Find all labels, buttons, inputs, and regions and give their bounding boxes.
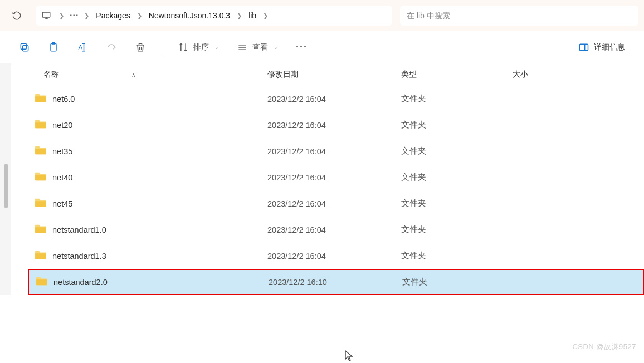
nav-pane-scrollbar[interactable] <box>0 63 11 295</box>
share-button[interactable] <box>104 38 119 56</box>
breadcrumb-overflow[interactable]: ··· <box>66 8 82 23</box>
cell-name: netstandard1.3 <box>28 250 267 262</box>
cell-date: 2023/12/2 16:04 <box>267 173 401 182</box>
address-bar: ❯ ··· ❯ Packages ❯ Newtonsoft.Json.13.0.… <box>0 0 644 31</box>
svg-rect-3 <box>23 45 28 51</box>
sort-indicator-icon: ∧ <box>131 72 135 78</box>
file-row[interactable]: netstandard1.32023/12/2 16:04文件夹 <box>28 243 644 269</box>
content-area: 名称 ∧ 修改日期 类型 大小 net6.02023/12/2 16:04文件夹… <box>0 63 644 295</box>
cell-date: 2023/12/2 16:04 <box>267 121 401 130</box>
search-input[interactable] <box>407 11 632 20</box>
cell-type: 文件夹 <box>401 172 513 183</box>
chevron-down-icon: ⌄ <box>214 44 219 50</box>
view-label: 查看 <box>252 42 268 52</box>
cell-date: 2023/12/2 16:04 <box>267 199 401 208</box>
breadcrumb-item[interactable]: Packages <box>91 9 134 22</box>
folder-icon <box>35 119 52 131</box>
cell-type: 文件夹 <box>402 277 514 287</box>
folder-icon <box>35 171 52 183</box>
toolbar: A 排序 ⌄ 查看 ⌄ ··· 详细信息 <box>0 31 644 63</box>
scrollbar-thumb[interactable] <box>4 164 8 208</box>
svg-rect-12 <box>580 44 588 51</box>
chevron-right-icon: ❯ <box>84 12 89 19</box>
file-row[interactable]: net6.02023/12/2 16:04文件夹 <box>28 86 644 112</box>
search-box[interactable] <box>400 6 638 26</box>
file-name: net20 <box>52 121 72 130</box>
column-size[interactable]: 大小 <box>513 70 602 80</box>
folder-icon <box>35 250 52 262</box>
details-label: 详细信息 <box>594 42 625 52</box>
cell-name: net6.0 <box>28 93 267 105</box>
copy-button[interactable] <box>17 38 32 56</box>
watermark: CSDN @故渊9527 <box>572 342 636 352</box>
file-name: net45 <box>52 199 72 208</box>
refresh-button[interactable] <box>6 4 28 27</box>
svg-rect-0 <box>42 12 50 17</box>
cell-date: 2023/12/2 16:04 <box>267 147 401 156</box>
monitor-icon[interactable] <box>41 11 51 21</box>
chevron-right-icon: ❯ <box>137 12 142 19</box>
file-row[interactable]: net202023/12/2 16:04文件夹 <box>28 112 644 138</box>
column-name-label: 名称 <box>43 70 59 80</box>
cell-type: 文件夹 <box>401 224 513 235</box>
column-date[interactable]: 修改日期 <box>267 70 401 80</box>
sort-label: 排序 <box>193 42 209 52</box>
column-type[interactable]: 类型 <box>401 70 513 80</box>
file-row[interactable]: netstandard2.02023/12/2 16:10文件夹 <box>28 269 644 295</box>
cell-type: 文件夹 <box>401 120 513 130</box>
file-name: net35 <box>52 147 72 156</box>
file-row[interactable]: net402023/12/2 16:04文件夹 <box>28 164 644 190</box>
chevron-down-icon: ⌄ <box>274 44 278 50</box>
more-button[interactable]: ··· <box>294 38 310 56</box>
cell-type: 文件夹 <box>401 198 513 209</box>
chevron-right-icon: ❯ <box>263 12 268 19</box>
column-headers: 名称 ∧ 修改日期 类型 大小 <box>28 63 644 86</box>
cell-name: net20 <box>28 119 267 131</box>
folder-icon <box>35 224 52 236</box>
cell-name: net40 <box>28 171 267 183</box>
cell-type: 文件夹 <box>401 94 513 104</box>
file-row[interactable]: net352023/12/2 16:04文件夹 <box>28 138 644 164</box>
cell-type: 文件夹 <box>401 146 513 156</box>
folder-icon <box>35 93 52 105</box>
file-name: netstandard2.0 <box>53 278 108 287</box>
cell-date: 2023/12/2 16:04 <box>267 225 401 234</box>
chevron-right-icon: ❯ <box>59 12 64 19</box>
cell-name: netstandard1.0 <box>28 224 267 236</box>
folder-icon <box>36 276 53 288</box>
folder-icon <box>35 145 52 157</box>
svg-rect-4 <box>21 43 26 49</box>
rename-button[interactable]: A <box>75 38 90 56</box>
svg-text:A: A <box>79 43 83 51</box>
sort-button[interactable]: 排序 ⌄ <box>175 38 221 56</box>
folder-icon <box>35 198 52 209</box>
file-name: netstandard1.3 <box>52 252 106 261</box>
breadcrumb-item[interactable]: Newtonsoft.Json.13.0.3 <box>144 9 235 22</box>
file-name: netstandard1.0 <box>52 225 106 234</box>
cell-name: net45 <box>28 198 267 209</box>
cursor-icon <box>344 350 353 363</box>
toolbar-divider <box>162 40 162 55</box>
delete-button[interactable] <box>133 38 148 56</box>
view-button[interactable]: 查看 ⌄ <box>235 38 280 56</box>
breadcrumb: ❯ ··· ❯ Packages ❯ Newtonsoft.Json.13.0.… <box>36 6 392 26</box>
details-pane-button[interactable]: 详细信息 <box>576 38 627 56</box>
file-row[interactable]: net452023/12/2 16:04文件夹 <box>28 190 644 217</box>
cell-name: net35 <box>28 145 267 157</box>
file-row[interactable]: netstandard1.02023/12/2 16:04文件夹 <box>28 217 644 243</box>
cell-date: 2023/12/2 16:10 <box>269 278 402 287</box>
file-name: net40 <box>52 173 72 182</box>
breadcrumb-item[interactable]: lib <box>244 9 261 22</box>
cell-date: 2023/12/2 16:04 <box>267 95 401 104</box>
paste-button[interactable] <box>46 38 61 56</box>
cell-date: 2023/12/2 16:04 <box>267 252 401 261</box>
chevron-right-icon: ❯ <box>237 12 242 19</box>
cell-type: 文件夹 <box>401 251 513 261</box>
column-name[interactable]: 名称 ∧ <box>28 70 267 80</box>
file-list: 名称 ∧ 修改日期 类型 大小 net6.02023/12/2 16:04文件夹… <box>11 63 644 295</box>
cell-name: netstandard2.0 <box>29 276 269 288</box>
file-name: net6.0 <box>52 95 75 104</box>
